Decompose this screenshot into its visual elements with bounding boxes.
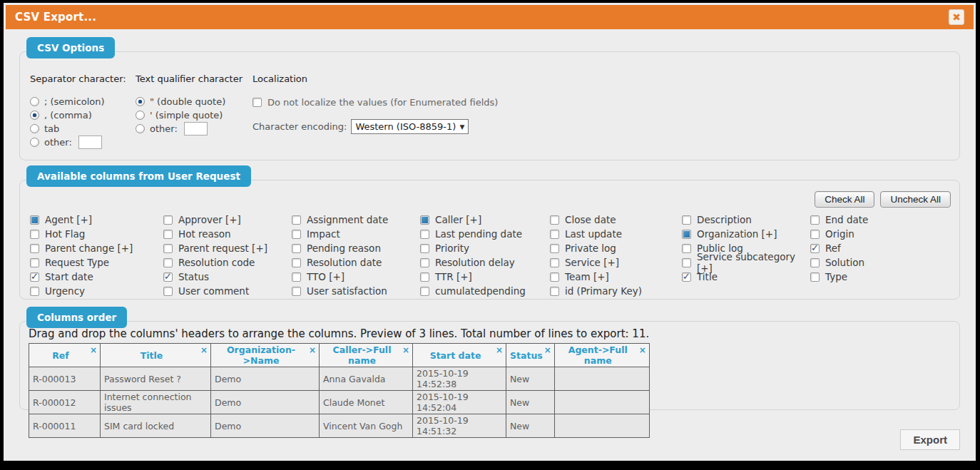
checkbox-partially-checked[interactable] — [420, 215, 429, 225]
column-option-service[interactable]: Service [+] — [550, 257, 682, 268]
remove-column-icon[interactable]: × — [309, 345, 316, 355]
column-option-ttr[interactable]: TTR [+] — [420, 271, 550, 282]
column-option-type[interactable]: Type — [810, 271, 949, 282]
column-option-priority[interactable]: Priority — [420, 242, 550, 254]
export-button[interactable]: Export — [900, 429, 960, 450]
column-header-caller-full-name[interactable]: Caller->Full name× — [320, 344, 413, 367]
column-header-organization-name[interactable]: Organization->Name× — [211, 344, 320, 367]
remove-column-icon[interactable]: × — [402, 345, 409, 355]
checkbox-partially-checked[interactable] — [682, 230, 691, 239]
checkbox-unchecked[interactable] — [550, 258, 559, 267]
checkbox-unchecked[interactable] — [30, 258, 39, 267]
uncheck-all-button[interactable]: Uncheck All — [880, 191, 951, 208]
checkbox-checked[interactable] — [682, 272, 691, 282]
column-option-start-date[interactable]: Start date — [30, 271, 163, 282]
column-option-assignment-date[interactable]: Assignment date — [292, 214, 420, 225]
radio-separator-other[interactable]: other: — [30, 136, 136, 149]
checkbox-unchecked[interactable] — [163, 258, 173, 267]
column-option-cumulatedpending[interactable]: cumulatedpending — [420, 285, 550, 297]
column-option-title[interactable]: Title — [682, 271, 810, 282]
radio-icon[interactable] — [136, 97, 145, 106]
radio-icon[interactable] — [136, 111, 145, 120]
checkbox-unchecked[interactable] — [550, 230, 559, 239]
radio-icon[interactable] — [30, 138, 39, 147]
checkbox-unchecked[interactable] — [550, 287, 559, 296]
checkbox-unchecked[interactable] — [30, 287, 39, 296]
checkbox-checked[interactable] — [163, 272, 173, 282]
checkbox-unchecked[interactable] — [292, 215, 301, 225]
column-option-pending-reason[interactable]: Pending reason — [292, 242, 420, 254]
column-option-parent-request[interactable]: Parent request [+] — [163, 242, 292, 254]
remove-column-icon[interactable]: × — [200, 345, 208, 355]
column-header-agent-full-name[interactable]: Agent->Full name× — [554, 344, 649, 367]
checkbox-unchecked[interactable] — [550, 215, 559, 225]
column-header-title[interactable]: Title× — [101, 344, 211, 367]
radio-qualifier-simple-quote[interactable]: ' (simple quote) — [136, 108, 252, 122]
localize-checkbox-row[interactable]: Do not localize the values (for Enumerat… — [252, 96, 949, 109]
remove-column-icon[interactable]: × — [496, 345, 503, 355]
close-icon[interactable]: ✖ — [949, 9, 964, 25]
checkbox-unchecked[interactable] — [682, 258, 691, 267]
check-all-button[interactable]: Check All — [815, 191, 874, 208]
column-option-id-primary-key[interactable]: id (Primary Key) — [550, 285, 682, 297]
checkbox-unchecked[interactable] — [163, 215, 173, 225]
column-option-hot-reason[interactable]: Hot reason — [163, 228, 292, 240]
radio-icon[interactable] — [136, 124, 145, 133]
radio-qualifier-double-quote[interactable]: " (double quote) — [136, 95, 252, 108]
checkbox-unchecked[interactable] — [420, 230, 429, 239]
column-header-start-date[interactable]: Start date× — [413, 344, 506, 367]
separator-other-input[interactable] — [78, 136, 102, 149]
radio-icon[interactable] — [30, 124, 39, 133]
radio-icon[interactable] — [30, 97, 39, 106]
column-option-tto[interactable]: TTO [+] — [292, 271, 420, 282]
column-option-organization[interactable]: Organization [+] — [682, 228, 810, 240]
remove-column-icon[interactable]: × — [639, 345, 646, 355]
checkbox-checked[interactable] — [810, 244, 820, 253]
column-option-origin[interactable]: Origin — [810, 228, 949, 240]
radio-qualifier-other[interactable]: other: — [136, 122, 252, 136]
localize-checkbox[interactable] — [252, 98, 262, 107]
column-option-user-comment[interactable]: User comment — [163, 285, 292, 297]
column-option-resolution-code[interactable]: Resolution code — [163, 257, 292, 268]
column-option-team[interactable]: Team [+] — [550, 271, 682, 282]
checkbox-unchecked[interactable] — [550, 244, 559, 253]
remove-column-icon[interactable]: × — [90, 345, 97, 355]
checkbox-unchecked[interactable] — [292, 272, 301, 282]
column-option-ref[interactable]: Ref — [810, 242, 949, 254]
column-option-impact[interactable]: Impact — [292, 228, 420, 240]
column-option-urgency[interactable]: Urgency — [30, 285, 163, 297]
column-option-description[interactable]: Description — [682, 214, 810, 225]
column-option-status[interactable]: Status — [163, 271, 292, 282]
checkbox-unchecked[interactable] — [420, 272, 429, 282]
column-option-parent-change[interactable]: Parent change [+] — [30, 242, 163, 254]
column-option-agent[interactable]: Agent [+] — [30, 214, 163, 225]
checkbox-unchecked[interactable] — [810, 215, 820, 225]
radio-separator-comma[interactable]: , (comma) — [30, 108, 136, 122]
checkbox-unchecked[interactable] — [682, 244, 691, 253]
checkbox-unchecked[interactable] — [550, 272, 559, 282]
checkbox-unchecked[interactable] — [682, 215, 691, 225]
encoding-select[interactable]: Western (ISO-8859-1) ▼ — [351, 119, 469, 134]
checkbox-unchecked[interactable] — [292, 244, 301, 253]
checkbox-unchecked[interactable] — [163, 244, 173, 253]
radio-separator-semicolon[interactable]: ; (semicolon) — [30, 95, 136, 108]
checkbox-unchecked[interactable] — [163, 230, 173, 239]
checkbox-unchecked[interactable] — [810, 230, 820, 239]
column-option-last-pending-date[interactable]: Last pending date — [420, 228, 550, 240]
remove-column-icon[interactable]: × — [544, 345, 551, 355]
checkbox-unchecked[interactable] — [420, 287, 429, 296]
radio-icon[interactable] — [30, 111, 39, 120]
checkbox-unchecked[interactable] — [292, 287, 301, 296]
checkbox-checked[interactable] — [30, 272, 39, 282]
checkbox-partially-checked[interactable] — [30, 215, 39, 225]
column-option-request-type[interactable]: Request Type — [30, 257, 163, 268]
checkbox-unchecked[interactable] — [810, 258, 820, 267]
checkbox-unchecked[interactable] — [292, 258, 301, 267]
checkbox-unchecked[interactable] — [30, 230, 39, 239]
checkbox-unchecked[interactable] — [420, 258, 429, 267]
checkbox-unchecked[interactable] — [30, 244, 39, 253]
column-option-caller[interactable]: Caller [+] — [420, 214, 550, 225]
column-option-resolution-date[interactable]: Resolution date — [292, 257, 420, 268]
column-option-solution[interactable]: Solution — [810, 257, 949, 268]
column-option-resolution-delay[interactable]: Resolution delay — [420, 257, 550, 268]
